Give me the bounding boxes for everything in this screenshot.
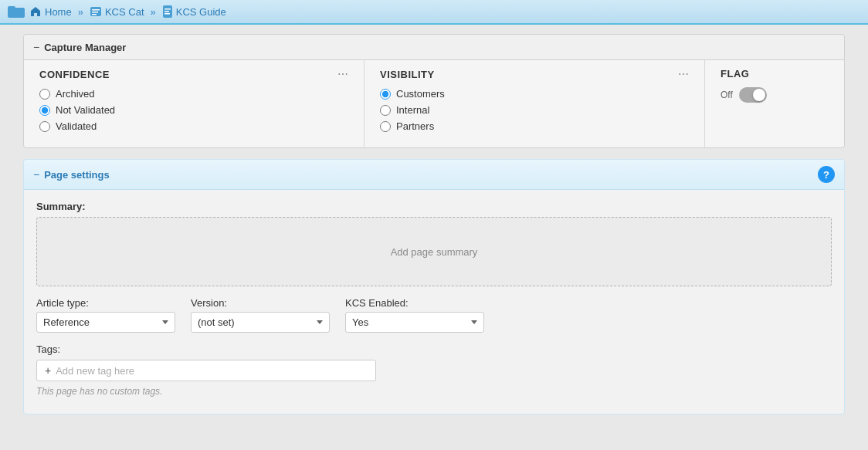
- tags-section: Tags: + Add new tag here This page has n…: [36, 343, 832, 397]
- page-settings-header: − Page settings ?: [24, 160, 844, 190]
- kcs-enabled-label: KCS Enabled:: [345, 297, 484, 309]
- page-settings-title: Page settings: [44, 169, 110, 181]
- summary-label: Summary:: [36, 201, 832, 212]
- page-settings-left: − Page settings: [33, 168, 110, 181]
- page-settings-body: Summary: Add page summary Article type: …: [24, 190, 844, 414]
- kcs-cat-icon: [90, 5, 102, 18]
- tags-label: Tags:: [36, 343, 832, 355]
- visibility-internal-radio[interactable]: [380, 105, 391, 116]
- collapse-icon[interactable]: −: [33, 41, 39, 53]
- visibility-more-icon[interactable]: ⋯: [678, 68, 689, 80]
- confidence-not-validated-option[interactable]: Not Validated: [39, 104, 348, 116]
- confidence-archived-label: Archived: [56, 88, 95, 100]
- visibility-internal-label: Internal: [396, 104, 429, 116]
- nav-separator-1: »: [78, 6, 83, 18]
- summary-placeholder: Add page summary: [391, 246, 478, 258]
- top-navigation: Home » KCS Cat » KCS Guide: [0, 0, 868, 25]
- svg-rect-9: [164, 13, 170, 15]
- main-content: − Capture Manager CONFIDENCE ⋯ Archived …: [0, 25, 868, 424]
- confidence-column: CONFIDENCE ⋯ Archived Not Validated Vali…: [24, 60, 364, 147]
- flag-column: FLAG Off: [705, 60, 844, 147]
- folder-icon[interactable]: [8, 4, 25, 20]
- tags-input-row[interactable]: + Add new tag here: [36, 360, 376, 381]
- page-settings-collapse-icon[interactable]: −: [33, 168, 39, 181]
- capture-manager-title: Capture Manager: [44, 42, 126, 53]
- capture-manager-body: CONFIDENCE ⋯ Archived Not Validated Vali…: [24, 60, 844, 147]
- confidence-archived-radio[interactable]: [39, 89, 50, 100]
- tags-placeholder: Add new tag here: [56, 365, 134, 377]
- kcs-guide-icon: [162, 5, 173, 18]
- svg-rect-1: [8, 6, 15, 10]
- flag-title: FLAG: [721, 68, 749, 80]
- visibility-partners-option[interactable]: Partners: [380, 120, 689, 132]
- tags-plus-icon: +: [45, 364, 51, 377]
- confidence-header: CONFIDENCE ⋯: [39, 68, 348, 80]
- nav-home[interactable]: Home: [29, 5, 72, 18]
- svg-rect-5: [92, 14, 97, 15]
- svg-rect-8: [164, 11, 169, 12]
- visibility-internal-option[interactable]: Internal: [380, 104, 689, 116]
- confidence-validated-option[interactable]: Validated: [39, 120, 348, 132]
- confidence-title: CONFIDENCE: [39, 69, 110, 80]
- visibility-partners-radio[interactable]: [380, 121, 391, 132]
- visibility-title: VISIBILITY: [380, 69, 435, 80]
- nav-separator-2: »: [151, 6, 156, 18]
- nav-kcs-guide[interactable]: KCS Guide: [162, 5, 226, 18]
- nav-kcs-cat-label: KCS Cat: [105, 6, 144, 18]
- article-type-label: Article type:: [36, 297, 175, 309]
- capture-manager-header: − Capture Manager: [24, 35, 844, 60]
- article-type-select[interactable]: Reference How-to FAQ Troubleshooting: [36, 312, 175, 333]
- confidence-more-icon[interactable]: ⋯: [337, 68, 348, 80]
- svg-rect-3: [92, 9, 100, 11]
- visibility-header: VISIBILITY ⋯: [380, 68, 689, 80]
- visibility-customers-radio[interactable]: [380, 89, 391, 100]
- flag-toggle-row: Off: [721, 87, 829, 103]
- version-group: Version: (not set): [191, 297, 330, 333]
- svg-rect-4: [92, 12, 98, 13]
- home-icon: [29, 5, 42, 18]
- nav-kcs-guide-label: KCS Guide: [176, 6, 226, 18]
- confidence-not-validated-label: Not Validated: [56, 104, 115, 116]
- svg-rect-7: [164, 8, 171, 10]
- kcs-enabled-group: KCS Enabled: Yes No: [345, 297, 484, 333]
- kcs-enabled-select[interactable]: Yes No: [345, 312, 484, 333]
- nav-home-label: Home: [45, 6, 72, 18]
- confidence-archived-option[interactable]: Archived: [39, 88, 348, 100]
- visibility-column: VISIBILITY ⋯ Customers Internal Partners: [364, 60, 705, 147]
- confidence-not-validated-radio[interactable]: [39, 105, 50, 116]
- version-label: Version:: [191, 297, 330, 309]
- confidence-validated-radio[interactable]: [39, 121, 50, 132]
- visibility-customers-label: Customers: [396, 88, 445, 100]
- nav-kcs-cat[interactable]: KCS Cat: [90, 5, 144, 18]
- article-type-group: Article type: Reference How-to FAQ Troub…: [36, 297, 175, 333]
- confidence-validated-label: Validated: [56, 120, 97, 132]
- help-icon[interactable]: ?: [818, 166, 835, 183]
- version-select[interactable]: (not set): [191, 312, 330, 333]
- flag-header: FLAG: [721, 68, 829, 80]
- page-settings-panel: − Page settings ? Summary: Add page summ…: [23, 159, 845, 414]
- visibility-partners-label: Partners: [396, 120, 434, 132]
- flag-toggle[interactable]: [739, 87, 767, 103]
- summary-box[interactable]: Add page summary: [36, 217, 832, 286]
- tags-no-custom-message: This page has no custom tags.: [36, 386, 832, 397]
- form-row-dropdowns: Article type: Reference How-to FAQ Troub…: [36, 297, 832, 333]
- capture-manager-panel: − Capture Manager CONFIDENCE ⋯ Archived …: [23, 34, 845, 148]
- visibility-customers-option[interactable]: Customers: [380, 88, 689, 100]
- flag-off-label: Off: [721, 90, 733, 100]
